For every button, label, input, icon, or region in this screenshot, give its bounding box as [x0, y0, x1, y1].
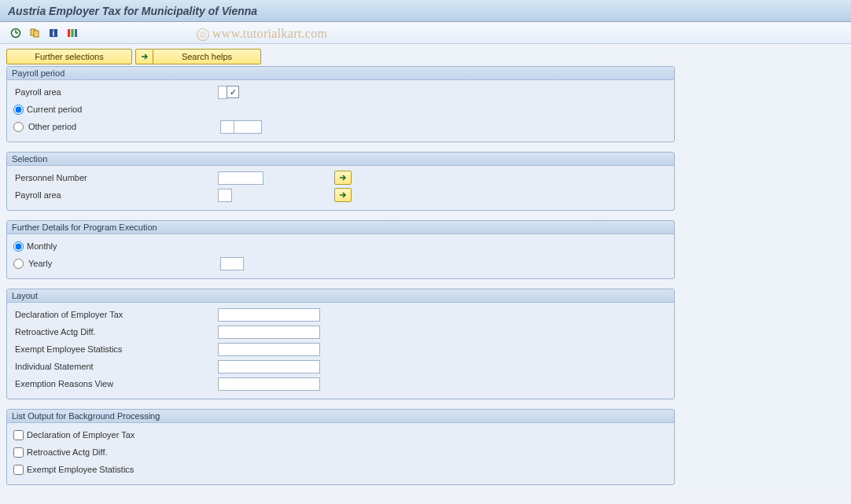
- layout-field-input[interactable]: [218, 326, 320, 339]
- section-title: Selection: [7, 153, 674, 166]
- personnel-number-multi-button[interactable]: [334, 171, 352, 185]
- sel-payroll-area-label: Payroll area: [13, 190, 218, 200]
- layout-field-label: Individual Statement: [13, 362, 218, 371]
- layout-field-input[interactable]: [218, 308, 320, 322]
- section-layout: Layout Declaration of Employer Tax Retro…: [6, 289, 675, 399]
- layout-field-label: Exempt Employee Statistics: [13, 344, 218, 354]
- search-helps-label: Search helps: [182, 52, 232, 61]
- section-further-details: Further Details for Program Execution Mo…: [6, 220, 675, 279]
- list-output-label: Retroactive Actg Diff.: [27, 447, 108, 457]
- window-title: Austria Employer Tax for Municipality of…: [0, 0, 851, 22]
- yearly-radio[interactable]: [13, 259, 24, 269]
- content-area: Further selections Search helps Payroll …: [0, 44, 851, 490]
- section-title: Layout: [7, 289, 674, 303]
- svg-rect-4: [34, 31, 39, 37]
- current-period-label: Current period: [27, 105, 82, 114]
- list-output-checkbox[interactable]: [13, 447, 24, 458]
- list-output-label: Exempt Employee Statistics: [27, 465, 134, 474]
- search-helps-arrow-icon[interactable]: [135, 49, 153, 64]
- search-helps-group: Search helps: [135, 49, 261, 64]
- other-period-radio[interactable]: [13, 122, 24, 132]
- search-helps-button[interactable]: Search helps: [153, 49, 261, 64]
- execute-icon[interactable]: [8, 26, 24, 40]
- section-title: Payroll period: [7, 67, 674, 80]
- layout-field-label: Retroactive Actg Diff.: [13, 327, 218, 337]
- layout-field-input[interactable]: [218, 343, 320, 356]
- monthly-label: Monthly: [27, 241, 57, 251]
- svg-rect-9: [75, 29, 77, 37]
- payroll-area-label: Payroll area: [13, 87, 218, 97]
- further-selections-label: Further selections: [35, 52, 103, 61]
- svg-text:i: i: [53, 29, 55, 38]
- personnel-number-label: Personnel Number: [13, 173, 218, 182]
- list-output-label: Declaration of Employer Tax: [27, 430, 134, 440]
- section-selection: Selection Personnel Number Payroll area: [6, 152, 675, 211]
- section-title: Further Details for Program Execution: [7, 221, 674, 234]
- section-title: List Output for Background Processing: [7, 410, 674, 423]
- layout-field-label: Declaration of Employer Tax: [13, 310, 218, 319]
- personnel-number-input[interactable]: [218, 171, 263, 185]
- yearly-label: Yearly: [27, 259, 220, 268]
- sel-payroll-area-input[interactable]: [218, 189, 232, 202]
- current-period-radio[interactable]: [13, 105, 24, 115]
- section-list-output: List Output for Background Processing De…: [6, 409, 675, 485]
- sel-payroll-area-multi-button[interactable]: [334, 188, 352, 202]
- layout-field-input[interactable]: [218, 360, 320, 373]
- svg-rect-7: [68, 29, 70, 37]
- info-icon[interactable]: i: [46, 26, 61, 40]
- layout-field-input[interactable]: [218, 377, 320, 391]
- monthly-radio[interactable]: [13, 241, 24, 252]
- other-period-input2[interactable]: [234, 120, 262, 134]
- list-output-checkbox[interactable]: [13, 430, 24, 440]
- list-output-checkbox[interactable]: [13, 465, 24, 475]
- title-text: Austria Employer Tax for Municipality of…: [8, 5, 257, 17]
- payroll-area-check-icon[interactable]: ✓: [227, 86, 239, 98]
- section-payroll-period: Payroll period Payroll area ✓ Current pe…: [6, 66, 675, 142]
- svg-rect-8: [72, 29, 74, 37]
- action-row: Further selections Search helps: [6, 49, 845, 64]
- other-period-label: Other period: [27, 122, 220, 131]
- color-legend-icon[interactable]: [64, 26, 80, 40]
- layout-field-label: Exemption Reasons View: [13, 379, 218, 388]
- variant-icon[interactable]: [27, 26, 42, 40]
- yearly-input[interactable]: [220, 257, 244, 270]
- other-period-input1[interactable]: [220, 120, 234, 134]
- further-selections-button[interactable]: Further selections: [6, 49, 132, 64]
- toolbar: i: [0, 22, 851, 44]
